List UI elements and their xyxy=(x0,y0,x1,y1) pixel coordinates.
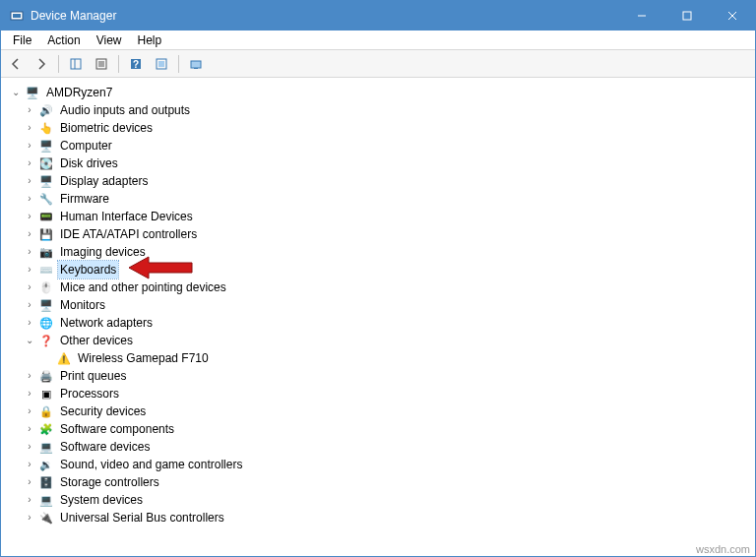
expander-icon[interactable]: › xyxy=(23,243,36,261)
expander-icon[interactable]: › xyxy=(23,509,36,526)
tree-node-label[interactable]: Monitors xyxy=(58,296,107,314)
expander-icon[interactable]: › xyxy=(23,155,36,172)
tree-node-label[interactable]: Mice and other pointing devices xyxy=(58,278,228,296)
tree-node[interactable]: ›📷Imaging devices xyxy=(5,243,751,261)
tree-node-label[interactable]: Human Interface Devices xyxy=(58,208,195,225)
tree-node-label[interactable]: Universal Serial Bus controllers xyxy=(58,509,226,526)
menu-file[interactable]: File xyxy=(5,31,39,49)
tree-node[interactable]: ›⌨️Keyboards xyxy=(5,261,751,278)
tree-node-label[interactable]: Sound, video and game controllers xyxy=(58,456,244,473)
menu-view[interactable]: View xyxy=(89,31,130,49)
tree-node[interactable]: ›🔧Firmware xyxy=(5,190,751,208)
tree-node[interactable]: ›🔊Audio inputs and outputs xyxy=(5,101,751,119)
forward-button[interactable] xyxy=(31,53,52,75)
expander-icon[interactable]: › xyxy=(23,438,36,456)
tree-node-label[interactable]: Software components xyxy=(58,420,176,438)
scan-hardware-button[interactable] xyxy=(185,53,207,75)
help-button[interactable]: ? xyxy=(125,53,147,75)
minimize-button[interactable] xyxy=(619,1,664,31)
expander-icon[interactable]: › xyxy=(23,456,36,473)
tree-node[interactable]: ›🔌Universal Serial Bus controllers xyxy=(5,509,751,526)
expander-icon[interactable]: ⌄ xyxy=(23,332,36,349)
svg-rect-2 xyxy=(13,14,21,18)
tree-node[interactable]: ›👆Biometric devices xyxy=(5,119,751,137)
device-category-icon: 💻 xyxy=(38,492,54,508)
tree-node-label[interactable]: Software devices xyxy=(58,438,152,456)
tree-node-label[interactable]: Disk drives xyxy=(58,155,120,172)
expander-icon[interactable]: › xyxy=(23,172,36,190)
tree-node-label[interactable]: Imaging devices xyxy=(58,243,148,261)
tree-node[interactable]: ›🔒Security devices xyxy=(5,402,751,420)
menu-action[interactable]: Action xyxy=(39,31,88,49)
svg-rect-16 xyxy=(158,61,164,67)
expander-icon[interactable]: › xyxy=(23,208,36,225)
tree-node-label[interactable]: Print queues xyxy=(58,367,128,385)
expander-icon[interactable]: › xyxy=(23,225,36,243)
expander-icon[interactable]: › xyxy=(23,119,36,137)
tree-node-label[interactable]: Network adapters xyxy=(58,314,155,332)
toolbar-separator xyxy=(58,55,59,73)
tree-root[interactable]: ⌄ 🖥️ AMDRyzen7 xyxy=(5,84,751,101)
tree-node[interactable]: ›🖥️Monitors xyxy=(5,296,751,314)
properties-button[interactable] xyxy=(91,53,112,75)
expander-icon[interactable]: › xyxy=(23,473,36,491)
tree-node[interactable]: ›💾IDE ATA/ATAPI controllers xyxy=(5,225,751,243)
tree-node-label[interactable]: Audio inputs and outputs xyxy=(58,101,192,119)
tree-node[interactable]: ›🗄️Storage controllers xyxy=(5,473,751,491)
tree-node-label[interactable]: Processors xyxy=(58,385,121,402)
tree-child-node[interactable]: ⚠️Wireless Gamepad F710 xyxy=(5,349,751,367)
tree-node-label[interactable]: Display adapters xyxy=(58,172,150,190)
tree-node[interactable]: ›🔉Sound, video and game controllers xyxy=(5,456,751,473)
tree-node-label[interactable]: Security devices xyxy=(58,402,148,420)
tree-node[interactable]: ›🌐Network adapters xyxy=(5,314,751,332)
expander-icon[interactable]: › xyxy=(23,190,36,208)
tree-node-label[interactable]: System devices xyxy=(58,491,145,509)
show-hide-console-tree-button[interactable] xyxy=(65,53,87,75)
tree-node-label[interactable]: Wireless Gamepad F710 xyxy=(76,349,211,367)
tree-node-label[interactable]: Firmware xyxy=(58,190,111,208)
computer-icon: 🖥️ xyxy=(25,85,40,100)
tree-node-label[interactable]: Keyboards xyxy=(58,261,118,278)
menu-bar: File Action View Help xyxy=(1,31,755,50)
expander-icon[interactable]: › xyxy=(23,367,36,385)
expander-icon[interactable]: › xyxy=(23,101,36,119)
tree-node[interactable]: ›🖥️Display adapters xyxy=(5,172,751,190)
expander-icon[interactable]: ⌄ xyxy=(9,84,23,101)
menu-help[interactable]: Help xyxy=(130,31,170,49)
tree-node[interactable]: ›🧩Software components xyxy=(5,420,751,438)
expander-icon[interactable]: › xyxy=(23,402,36,420)
tree-node[interactable]: ›▣Processors xyxy=(5,385,751,402)
device-tree[interactable]: ⌄ 🖥️ AMDRyzen7 ›🔊Audio inputs and output… xyxy=(1,78,755,542)
tree-node-label[interactable]: Other devices xyxy=(58,332,135,349)
tree-node[interactable]: ›💻Software devices xyxy=(5,438,751,456)
device-category-icon: 🖥️ xyxy=(38,138,54,154)
device-category-icon: 🔊 xyxy=(38,102,54,118)
back-button[interactable] xyxy=(5,53,27,75)
expander-icon[interactable]: › xyxy=(23,491,36,509)
toolbar-separator xyxy=(178,55,179,73)
maximize-button[interactable] xyxy=(664,1,710,31)
toolbar: ? xyxy=(1,50,755,78)
tree-node[interactable]: ⌄❓Other devices xyxy=(5,332,751,349)
expander-icon[interactable]: › xyxy=(23,261,36,278)
tree-node[interactable]: ›💽Disk drives xyxy=(5,155,751,172)
tree-node-label[interactable]: Biometric devices xyxy=(58,119,155,137)
tree-node[interactable]: ›📟Human Interface Devices xyxy=(5,208,751,225)
expander-icon[interactable]: › xyxy=(23,314,36,332)
expander-icon[interactable]: › xyxy=(23,385,36,402)
tree-node[interactable]: ›🖨️Print queues xyxy=(5,367,751,385)
tree-node[interactable]: ›💻System devices xyxy=(5,491,751,509)
expander-icon[interactable]: › xyxy=(23,296,36,314)
expander-icon[interactable]: › xyxy=(23,278,36,296)
tree-node[interactable]: ›🖥️Computer xyxy=(5,137,751,155)
action-button[interactable] xyxy=(151,53,172,75)
watermark: wsxdn.com xyxy=(696,543,750,555)
root-label[interactable]: AMDRyzen7 xyxy=(44,84,114,101)
tree-node-label[interactable]: Storage controllers xyxy=(58,473,161,491)
tree-node-label[interactable]: Computer xyxy=(58,137,114,155)
tree-node-label[interactable]: IDE ATA/ATAPI controllers xyxy=(58,225,199,243)
close-button[interactable] xyxy=(710,1,755,31)
tree-node[interactable]: ›🖱️Mice and other pointing devices xyxy=(5,278,751,296)
expander-icon[interactable]: › xyxy=(23,137,36,155)
expander-icon[interactable]: › xyxy=(23,420,36,438)
